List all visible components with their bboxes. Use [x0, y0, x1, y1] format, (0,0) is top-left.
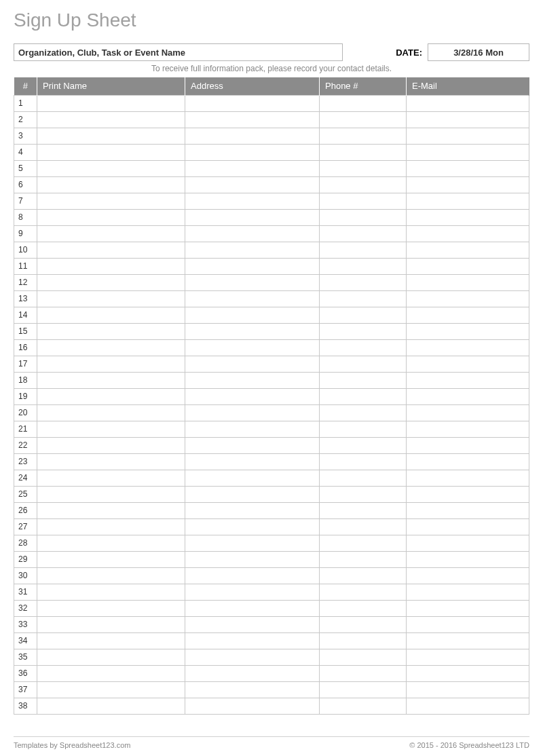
cell-name[interactable] — [37, 307, 185, 323]
cell-name[interactable] — [37, 339, 185, 356]
cell-name[interactable] — [37, 128, 185, 144]
cell-name[interactable] — [37, 437, 185, 453]
cell-email[interactable] — [407, 453, 529, 470]
cell-email[interactable] — [407, 665, 529, 681]
cell-email[interactable] — [407, 128, 529, 144]
cell-phone[interactable] — [320, 551, 407, 567]
cell-name[interactable] — [37, 193, 185, 209]
cell-email[interactable] — [407, 339, 529, 356]
cell-addr[interactable] — [185, 307, 320, 323]
cell-addr[interactable] — [185, 437, 320, 453]
cell-addr[interactable] — [185, 356, 320, 372]
cell-email[interactable] — [407, 600, 529, 616]
cell-addr[interactable] — [185, 388, 320, 404]
cell-name[interactable] — [37, 323, 185, 339]
cell-email[interactable] — [407, 437, 529, 453]
cell-name[interactable] — [37, 388, 185, 404]
cell-name[interactable] — [37, 225, 185, 242]
cell-phone[interactable] — [320, 600, 407, 616]
cell-name[interactable] — [37, 209, 185, 225]
cell-name[interactable] — [37, 176, 185, 193]
cell-phone[interactable] — [320, 258, 407, 274]
cell-phone[interactable] — [320, 95, 407, 111]
cell-phone[interactable] — [320, 242, 407, 258]
cell-name[interactable] — [37, 470, 185, 486]
cell-phone[interactable] — [320, 356, 407, 372]
cell-addr[interactable] — [185, 421, 320, 437]
cell-email[interactable] — [407, 551, 529, 567]
organization-field[interactable]: Organization, Club, Task or Event Name — [14, 43, 343, 61]
cell-name[interactable] — [37, 584, 185, 600]
cell-name[interactable] — [37, 372, 185, 388]
cell-phone[interactable] — [320, 649, 407, 665]
cell-name[interactable] — [37, 551, 185, 567]
cell-phone[interactable] — [320, 274, 407, 290]
cell-email[interactable] — [407, 258, 529, 274]
cell-email[interactable] — [407, 111, 529, 128]
cell-addr[interactable] — [185, 209, 320, 225]
cell-email[interactable] — [407, 404, 529, 421]
cell-addr[interactable] — [185, 600, 320, 616]
cell-phone[interactable] — [320, 698, 407, 714]
cell-addr[interactable] — [185, 486, 320, 502]
cell-name[interactable] — [37, 111, 185, 128]
cell-name[interactable] — [37, 486, 185, 502]
cell-phone[interactable] — [320, 584, 407, 600]
cell-phone[interactable] — [320, 339, 407, 356]
cell-phone[interactable] — [320, 128, 407, 144]
cell-email[interactable] — [407, 372, 529, 388]
cell-email[interactable] — [407, 470, 529, 486]
cell-name[interactable] — [37, 535, 185, 551]
cell-phone[interactable] — [320, 616, 407, 632]
cell-addr[interactable] — [185, 535, 320, 551]
cell-name[interactable] — [37, 632, 185, 649]
cell-addr[interactable] — [185, 502, 320, 518]
cell-phone[interactable] — [320, 567, 407, 584]
cell-phone[interactable] — [320, 388, 407, 404]
cell-phone[interactable] — [320, 486, 407, 502]
cell-name[interactable] — [37, 356, 185, 372]
cell-phone[interactable] — [320, 290, 407, 307]
cell-name[interactable] — [37, 421, 185, 437]
cell-addr[interactable] — [185, 616, 320, 632]
cell-phone[interactable] — [320, 665, 407, 681]
cell-name[interactable] — [37, 600, 185, 616]
cell-email[interactable] — [407, 681, 529, 698]
cell-name[interactable] — [37, 453, 185, 470]
cell-phone[interactable] — [320, 453, 407, 470]
cell-addr[interactable] — [185, 665, 320, 681]
cell-phone[interactable] — [320, 470, 407, 486]
cell-email[interactable] — [407, 518, 529, 535]
cell-addr[interactable] — [185, 453, 320, 470]
cell-email[interactable] — [407, 486, 529, 502]
cell-email[interactable] — [407, 193, 529, 209]
cell-name[interactable] — [37, 290, 185, 307]
cell-email[interactable] — [407, 290, 529, 307]
cell-phone[interactable] — [320, 518, 407, 535]
cell-addr[interactable] — [185, 111, 320, 128]
cell-email[interactable] — [407, 323, 529, 339]
date-field[interactable]: 3/28/16 Mon — [428, 43, 529, 61]
cell-phone[interactable] — [320, 632, 407, 649]
cell-addr[interactable] — [185, 372, 320, 388]
cell-addr[interactable] — [185, 242, 320, 258]
cell-phone[interactable] — [320, 160, 407, 176]
cell-name[interactable] — [37, 567, 185, 584]
cell-name[interactable] — [37, 258, 185, 274]
cell-addr[interactable] — [185, 632, 320, 649]
cell-phone[interactable] — [320, 502, 407, 518]
cell-addr[interactable] — [185, 551, 320, 567]
cell-phone[interactable] — [320, 307, 407, 323]
cell-name[interactable] — [37, 698, 185, 714]
cell-email[interactable] — [407, 274, 529, 290]
cell-name[interactable] — [37, 95, 185, 111]
cell-addr[interactable] — [185, 681, 320, 698]
cell-addr[interactable] — [185, 95, 320, 111]
cell-email[interactable] — [407, 95, 529, 111]
cell-addr[interactable] — [185, 567, 320, 584]
cell-email[interactable] — [407, 388, 529, 404]
cell-name[interactable] — [37, 502, 185, 518]
cell-addr[interactable] — [185, 649, 320, 665]
cell-addr[interactable] — [185, 518, 320, 535]
cell-name[interactable] — [37, 160, 185, 176]
